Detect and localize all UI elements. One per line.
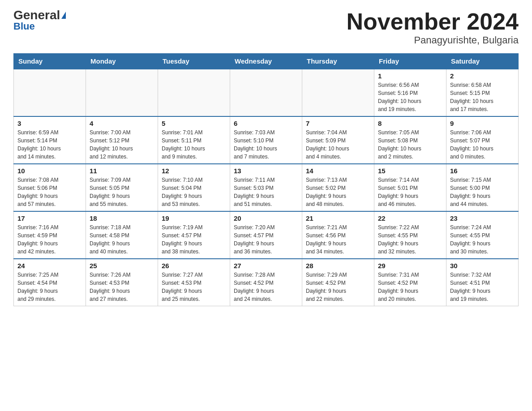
calendar-week-row: 17Sunrise: 7:16 AMSunset: 4:59 PMDayligh… xyxy=(14,211,519,259)
calendar-subtitle: Panagyurishte, Bulgaria xyxy=(347,34,519,46)
day-info: Sunrise: 7:19 AMSunset: 4:57 PMDaylight:… xyxy=(162,223,226,256)
calendar-cell: 1Sunrise: 6:56 AMSunset: 5:16 PMDaylight… xyxy=(374,69,446,116)
calendar-cell: 24Sunrise: 7:25 AMSunset: 4:54 PMDayligh… xyxy=(14,259,86,306)
day-number: 1 xyxy=(378,72,442,80)
day-number: 7 xyxy=(306,120,370,127)
day-number: 3 xyxy=(17,120,82,127)
day-info: Sunrise: 7:22 AMSunset: 4:55 PMDaylight:… xyxy=(378,223,442,256)
calendar-cell: 9Sunrise: 7:06 AMSunset: 5:07 PMDaylight… xyxy=(446,116,519,164)
calendar-week-row: 24Sunrise: 7:25 AMSunset: 4:54 PMDayligh… xyxy=(14,259,519,306)
calendar-cell xyxy=(14,69,86,116)
calendar-cell: 8Sunrise: 7:05 AMSunset: 5:08 PMDaylight… xyxy=(374,116,446,164)
weekday-header-row: SundayMondayTuesdayWednesdayThursdayFrid… xyxy=(14,54,519,69)
calendar-cell: 19Sunrise: 7:19 AMSunset: 4:57 PMDayligh… xyxy=(158,211,230,259)
calendar-cell: 29Sunrise: 7:31 AMSunset: 4:52 PMDayligh… xyxy=(374,259,446,306)
day-info: Sunrise: 6:58 AMSunset: 5:15 PMDaylight:… xyxy=(450,81,515,113)
calendar-cell: 2Sunrise: 6:58 AMSunset: 5:15 PMDaylight… xyxy=(446,69,519,116)
calendar-week-row: 10Sunrise: 7:08 AMSunset: 5:06 PMDayligh… xyxy=(14,164,519,211)
calendar-cell: 14Sunrise: 7:13 AMSunset: 5:02 PMDayligh… xyxy=(302,164,374,211)
day-info: Sunrise: 7:08 AMSunset: 5:06 PMDaylight:… xyxy=(17,176,82,208)
calendar-cell: 26Sunrise: 7:27 AMSunset: 4:53 PMDayligh… xyxy=(158,259,230,306)
day-info: Sunrise: 7:24 AMSunset: 4:55 PMDaylight:… xyxy=(450,223,515,256)
calendar-cell: 12Sunrise: 7:10 AMSunset: 5:04 PMDayligh… xyxy=(158,164,230,211)
calendar-cell: 5Sunrise: 7:01 AMSunset: 5:11 PMDaylight… xyxy=(158,116,230,164)
day-number: 13 xyxy=(234,167,298,175)
day-number: 28 xyxy=(306,262,370,270)
calendar-cell: 4Sunrise: 7:00 AMSunset: 5:12 PMDaylight… xyxy=(86,116,158,164)
day-number: 19 xyxy=(162,214,226,222)
day-info: Sunrise: 7:29 AMSunset: 4:52 PMDaylight:… xyxy=(306,271,370,303)
day-info: Sunrise: 7:06 AMSunset: 5:07 PMDaylight:… xyxy=(450,128,515,161)
day-info: Sunrise: 7:03 AMSunset: 5:10 PMDaylight:… xyxy=(234,128,298,161)
day-info: Sunrise: 7:00 AMSunset: 5:12 PMDaylight:… xyxy=(90,128,154,161)
calendar-cell: 21Sunrise: 7:21 AMSunset: 4:56 PMDayligh… xyxy=(302,211,374,259)
day-info: Sunrise: 7:14 AMSunset: 5:01 PMDaylight:… xyxy=(378,176,442,208)
weekday-header-tuesday: Tuesday xyxy=(158,54,230,69)
calendar-cell: 22Sunrise: 7:22 AMSunset: 4:55 PMDayligh… xyxy=(374,211,446,259)
day-info: Sunrise: 7:21 AMSunset: 4:56 PMDaylight:… xyxy=(306,223,370,256)
calendar-week-row: 1Sunrise: 6:56 AMSunset: 5:16 PMDaylight… xyxy=(14,69,519,116)
page-header: General Blue November 2024 Panagyurishte… xyxy=(13,9,519,46)
day-number: 8 xyxy=(378,120,442,127)
day-number: 29 xyxy=(378,262,442,270)
day-info: Sunrise: 7:16 AMSunset: 4:59 PMDaylight:… xyxy=(17,223,82,256)
day-number: 21 xyxy=(306,214,370,222)
calendar-cell: 23Sunrise: 7:24 AMSunset: 4:55 PMDayligh… xyxy=(446,211,519,259)
calendar-cell: 30Sunrise: 7:32 AMSunset: 4:51 PMDayligh… xyxy=(446,259,519,306)
day-number: 27 xyxy=(234,262,298,270)
calendar-cell: 27Sunrise: 7:28 AMSunset: 4:52 PMDayligh… xyxy=(230,259,302,306)
day-info: Sunrise: 7:05 AMSunset: 5:08 PMDaylight:… xyxy=(378,128,442,161)
logo-general: General xyxy=(13,9,60,21)
day-number: 20 xyxy=(234,214,298,222)
calendar-cell xyxy=(302,69,374,116)
logo-triangle-icon xyxy=(61,12,66,19)
calendar-cell: 25Sunrise: 7:26 AMSunset: 4:53 PMDayligh… xyxy=(86,259,158,306)
day-number: 17 xyxy=(17,214,82,222)
day-info: Sunrise: 7:10 AMSunset: 5:04 PMDaylight:… xyxy=(162,176,226,208)
day-number: 16 xyxy=(450,167,515,175)
day-info: Sunrise: 7:15 AMSunset: 5:00 PMDaylight:… xyxy=(450,176,515,208)
day-info: Sunrise: 7:09 AMSunset: 5:05 PMDaylight:… xyxy=(90,176,154,208)
day-number: 6 xyxy=(234,120,298,127)
day-info: Sunrise: 7:27 AMSunset: 4:53 PMDaylight:… xyxy=(162,271,226,303)
day-number: 24 xyxy=(17,262,82,270)
calendar-cell: 17Sunrise: 7:16 AMSunset: 4:59 PMDayligh… xyxy=(14,211,86,259)
calendar-cell: 20Sunrise: 7:20 AMSunset: 4:57 PMDayligh… xyxy=(230,211,302,259)
calendar-cell: 15Sunrise: 7:14 AMSunset: 5:01 PMDayligh… xyxy=(374,164,446,211)
calendar-cell: 16Sunrise: 7:15 AMSunset: 5:00 PMDayligh… xyxy=(446,164,519,211)
day-number: 11 xyxy=(90,167,154,175)
calendar-cell: 7Sunrise: 7:04 AMSunset: 5:09 PMDaylight… xyxy=(302,116,374,164)
day-info: Sunrise: 7:26 AMSunset: 4:53 PMDaylight:… xyxy=(90,271,154,303)
calendar-cell: 18Sunrise: 7:18 AMSunset: 4:58 PMDayligh… xyxy=(86,211,158,259)
day-info: Sunrise: 7:20 AMSunset: 4:57 PMDaylight:… xyxy=(234,223,298,256)
day-info: Sunrise: 7:01 AMSunset: 5:11 PMDaylight:… xyxy=(162,128,226,161)
day-info: Sunrise: 7:32 AMSunset: 4:51 PMDaylight:… xyxy=(450,271,515,303)
calendar-cell: 28Sunrise: 7:29 AMSunset: 4:52 PMDayligh… xyxy=(302,259,374,306)
day-info: Sunrise: 7:13 AMSunset: 5:02 PMDaylight:… xyxy=(306,176,370,208)
calendar-title: November 2024 xyxy=(347,9,519,34)
day-info: Sunrise: 7:28 AMSunset: 4:52 PMDaylight:… xyxy=(234,271,298,303)
calendar-table: SundayMondayTuesdayWednesdayThursdayFrid… xyxy=(13,53,519,306)
day-number: 18 xyxy=(90,214,154,222)
weekday-header-sunday: Sunday xyxy=(14,54,86,69)
day-number: 26 xyxy=(162,262,226,270)
day-number: 10 xyxy=(17,167,82,175)
day-number: 14 xyxy=(306,167,370,175)
calendar-cell xyxy=(86,69,158,116)
day-number: 12 xyxy=(162,167,226,175)
day-info: Sunrise: 6:59 AMSunset: 5:14 PMDaylight:… xyxy=(17,128,82,161)
weekday-header-friday: Friday xyxy=(374,54,446,69)
logo-blue: Blue xyxy=(13,21,35,32)
day-info: Sunrise: 7:18 AMSunset: 4:58 PMDaylight:… xyxy=(90,223,154,256)
calendar-cell: 10Sunrise: 7:08 AMSunset: 5:06 PMDayligh… xyxy=(14,164,86,211)
day-number: 9 xyxy=(450,120,515,127)
day-number: 30 xyxy=(450,262,515,270)
day-number: 2 xyxy=(450,72,515,80)
day-info: Sunrise: 7:04 AMSunset: 5:09 PMDaylight:… xyxy=(306,128,370,161)
title-block: November 2024 Panagyurishte, Bulgaria xyxy=(347,9,519,46)
day-number: 22 xyxy=(378,214,442,222)
calendar-cell xyxy=(158,69,230,116)
weekday-header-monday: Monday xyxy=(86,54,158,69)
day-number: 4 xyxy=(90,120,154,127)
calendar-cell: 11Sunrise: 7:09 AMSunset: 5:05 PMDayligh… xyxy=(86,164,158,211)
